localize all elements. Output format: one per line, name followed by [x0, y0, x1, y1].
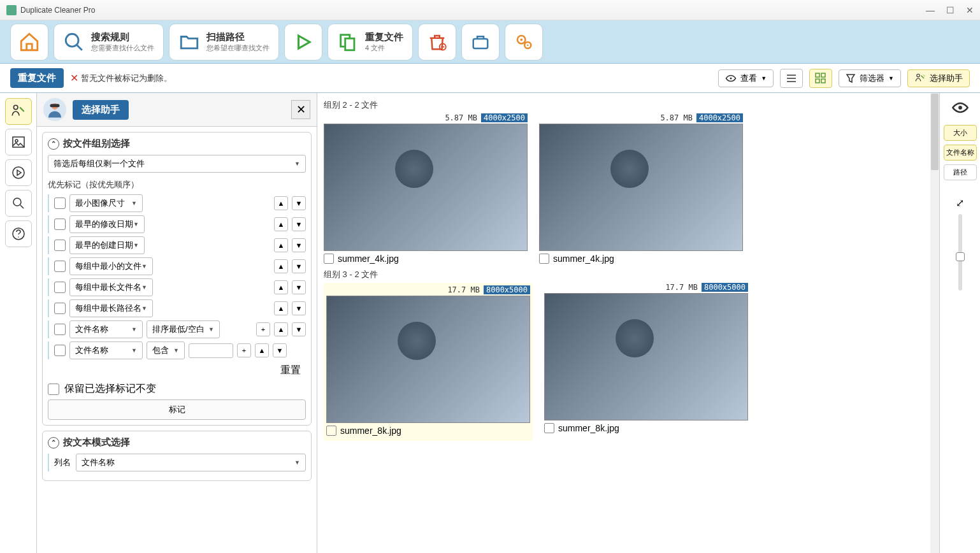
preview-toggle[interactable]	[947, 98, 974, 117]
move-up-button[interactable]: ▲	[274, 196, 288, 210]
priority-criterion-dropdown[interactable]: 最小图像尺寸▼	[69, 194, 143, 212]
play-icon	[292, 31, 314, 53]
chevron-up-icon[interactable]: ⌃	[48, 437, 59, 449]
list-view-button[interactable]	[780, 69, 803, 88]
section-title: 按文本模式选择	[63, 436, 130, 449]
move-up-button[interactable]: ▲	[274, 301, 288, 315]
gear-icon	[513, 31, 535, 53]
helper-panel-title: 选择助手	[73, 100, 129, 120]
search-rules-button[interactable]: 搜索规则 您需要查找什么文件	[54, 24, 164, 61]
add-button[interactable]: +	[237, 343, 251, 357]
mark-button[interactable]: 标记	[48, 399, 306, 420]
sort-filename-button[interactable]: 文件名称	[944, 145, 977, 161]
file-checkbox[interactable]	[324, 254, 334, 264]
eye-icon	[951, 101, 969, 114]
priority-checkbox[interactable]	[54, 261, 66, 272]
contains-input[interactable]	[189, 343, 233, 358]
video-tab[interactable]	[5, 159, 32, 186]
priority-criterion-dropdown[interactable]: 文件名称▼	[69, 341, 143, 359]
filter-dropdown[interactable]: 筛选器 ▼	[839, 69, 901, 87]
priority-criterion-dropdown[interactable]: 文件名称▼	[69, 320, 143, 338]
maximize-button[interactable]: ☐	[946, 5, 955, 15]
close-button[interactable]: ✕	[966, 5, 974, 15]
move-down-button[interactable]: ▼	[292, 301, 306, 315]
view-dropdown[interactable]: 查看 ▼	[718, 69, 774, 87]
helper-tab[interactable]	[5, 98, 32, 125]
file-name: summer_8k.jpg	[340, 426, 401, 436]
image-icon	[11, 134, 26, 150]
add-button[interactable]: +	[256, 322, 270, 336]
move-down-button[interactable]: ▼	[292, 238, 306, 252]
duplicate-files-tab[interactable]: 重复文件 4 文件	[328, 24, 413, 61]
grid-icon	[815, 73, 826, 84]
move-down-button[interactable]: ▼	[292, 217, 306, 231]
reset-button[interactable]: 重置	[275, 363, 306, 378]
priority-checkbox[interactable]	[54, 198, 66, 209]
move-up-button[interactable]: ▲	[274, 259, 288, 273]
expand-icon[interactable]: ⤢	[956, 197, 964, 209]
help-tab[interactable]	[5, 220, 32, 247]
filter-mode-dropdown[interactable]: 筛选后每组仅剩一个文件▼	[48, 155, 306, 173]
thumbnail-image[interactable]	[324, 124, 528, 251]
chevron-up-icon[interactable]: ⌃	[48, 138, 59, 150]
move-down-button[interactable]: ▼	[273, 343, 287, 357]
search-tab[interactable]	[5, 190, 32, 217]
priority-mode-dropdown[interactable]: 排序最低/空白▼	[147, 320, 220, 338]
grid-view-button[interactable]	[809, 69, 832, 88]
move-up-button[interactable]: ▲	[274, 322, 288, 336]
priority-checkbox[interactable]	[54, 240, 66, 251]
file-checkbox[interactable]	[539, 254, 549, 264]
svg-point-8	[520, 38, 522, 41]
sort-size-button[interactable]: 大小	[944, 125, 977, 141]
priority-checkbox[interactable]	[54, 324, 66, 335]
priority-checkbox[interactable]	[54, 282, 66, 293]
search-icon	[63, 31, 85, 53]
sort-path-button[interactable]: 路径	[944, 164, 977, 180]
file-size: 17.7 MB	[447, 285, 480, 294]
file-dimensions: 8000x5000	[702, 283, 748, 292]
priority-criterion-dropdown[interactable]: 每组中最小的文件▼	[69, 257, 153, 275]
thumbnail-item[interactable]: 17.7 MB8000x5000 summer_8k.jpg	[544, 283, 748, 441]
priority-criterion-dropdown[interactable]: 每组中最长文件名▼	[69, 278, 153, 296]
group-header: 组别 3 - 2 文件	[324, 266, 933, 283]
thumbnail-image[interactable]	[539, 124, 743, 251]
thumbnail-item[interactable]: 5.87 MB4000x2500 summer_4k.jpg	[539, 113, 743, 266]
home-button[interactable]	[10, 24, 48, 61]
image-tab[interactable]	[5, 129, 32, 155]
thumbnail-image[interactable]	[544, 293, 748, 420]
scrollbar[interactable]	[930, 93, 939, 553]
scan-path-button[interactable]: 扫描路径 您希望在哪查找文件	[169, 24, 279, 61]
move-down-button[interactable]: ▼	[292, 322, 306, 336]
helper-panel-close[interactable]: ✕	[291, 100, 310, 119]
column-dropdown[interactable]: 文件名称▼	[76, 454, 306, 471]
priority-mode-dropdown[interactable]: 包含▼	[147, 341, 185, 359]
move-up-button[interactable]: ▲	[274, 217, 288, 231]
settings-button[interactable]	[505, 24, 543, 61]
move-up-button[interactable]: ▲	[274, 280, 288, 294]
file-checkbox[interactable]	[544, 423, 554, 433]
priority-criterion-dropdown[interactable]: 最早的创建日期▼	[69, 236, 145, 254]
toolbox-button[interactable]	[461, 24, 500, 61]
selection-helper-button[interactable]: 选择助手	[907, 69, 970, 87]
thumbnail-item[interactable]: 5.87 MB4000x2500 summer_4k.jpg	[324, 113, 528, 266]
priority-checkbox[interactable]	[54, 219, 66, 230]
priority-criterion-dropdown[interactable]: 最早的修改日期▼	[69, 215, 145, 233]
svg-rect-11	[816, 73, 819, 77]
move-down-button[interactable]: ▼	[292, 196, 306, 210]
play-button[interactable]	[284, 24, 322, 61]
priority-checkbox[interactable]	[54, 345, 66, 356]
priority-criterion-dropdown[interactable]: 每组中最长路径名▼	[69, 299, 153, 317]
move-down-button[interactable]: ▼	[292, 280, 306, 294]
zoom-slider[interactable]	[958, 214, 962, 291]
move-up-button[interactable]: ▲	[255, 343, 269, 357]
priority-checkbox[interactable]	[54, 303, 66, 314]
thumbnail-image[interactable]	[326, 296, 530, 423]
delete-button[interactable]	[418, 24, 456, 61]
move-up-button[interactable]: ▲	[274, 238, 288, 252]
helper-panel-header: 选择助手 ✕	[37, 93, 317, 127]
minimize-button[interactable]: —	[926, 5, 935, 15]
file-checkbox[interactable]	[326, 426, 336, 436]
thumbnail-item[interactable]: 17.7 MB8000x5000 summer_8k.jpg	[324, 283, 533, 441]
keep-marks-checkbox[interactable]	[48, 384, 59, 395]
move-down-button[interactable]: ▼	[292, 259, 306, 273]
